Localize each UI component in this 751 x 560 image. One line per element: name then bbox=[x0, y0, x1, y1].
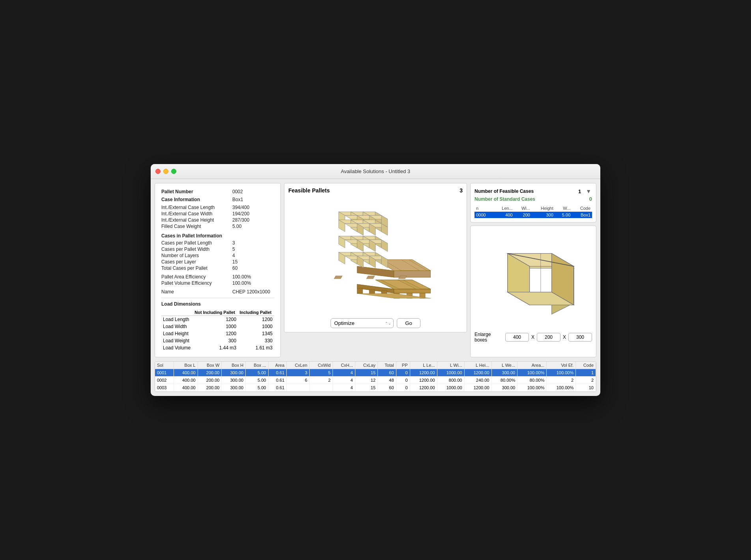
feasible-pallets-label: Feasible Pallets bbox=[288, 187, 330, 194]
filled-weight-label: Filled Case Weight bbox=[161, 224, 232, 229]
minimize-button[interactable] bbox=[163, 169, 168, 174]
table-cell: 80.00% bbox=[491, 377, 517, 384]
data-col-header: Box W bbox=[198, 362, 222, 369]
boxes-layer1 bbox=[339, 212, 388, 268]
cases-col-header: Code bbox=[572, 205, 592, 212]
load-row-label: Load Width bbox=[161, 323, 193, 330]
table-cell: 0003 bbox=[155, 384, 174, 392]
cases-table-cell: 400 bbox=[493, 212, 514, 218]
table-cell: 1200.00 bbox=[410, 384, 437, 392]
table-cell: 300.00 bbox=[222, 384, 246, 392]
load-row-not-incl: 1200 bbox=[193, 330, 238, 337]
num-layers-row: Number of Layers 4 bbox=[161, 253, 274, 258]
total-cases-value: 60 bbox=[232, 265, 237, 271]
cases-per-width-row: Cases per Pallet Width 5 bbox=[161, 246, 274, 252]
data-table: SolBox LBox WBox HBox ...AreaCxLenCxWidC… bbox=[155, 362, 596, 392]
name-row: Name CHEP 1200x1000 bbox=[161, 289, 274, 295]
data-col-header: Sol bbox=[155, 362, 174, 369]
load-table-row: Load Volume 1.44 m3 1.61 m3 bbox=[161, 344, 274, 351]
vol-eff-row: Pallet Volume Efficiency 100.00% bbox=[161, 280, 274, 286]
data-col-header: L Hei... bbox=[464, 362, 491, 369]
name-value: CHEP 1200x1000 bbox=[232, 289, 270, 295]
load-row-not-incl: 300 bbox=[193, 337, 238, 344]
table-cell: 1000.00 bbox=[437, 369, 464, 377]
svg-marker-76 bbox=[357, 288, 362, 293]
load-row-not-incl: 1.44 m3 bbox=[193, 344, 238, 351]
enlarge-y-input[interactable] bbox=[537, 333, 560, 342]
table-cell: 0.61 bbox=[268, 384, 287, 392]
int-ext-length-row: Int./External Case Length 394/400 bbox=[161, 205, 274, 210]
maximize-button[interactable] bbox=[171, 169, 176, 174]
cases-table-row[interactable]: 00004002003005.00Box1 bbox=[475, 212, 592, 218]
table-cell: 0.61 bbox=[268, 369, 287, 377]
load-table-row: Load Weight 300 330 bbox=[161, 337, 274, 344]
table-row[interactable]: 0001400.00200.00300.005.000.613541560012… bbox=[155, 369, 596, 377]
cases-per-width-value: 5 bbox=[232, 246, 235, 252]
table-row[interactable]: 0002400.00200.00300.005.000.616241248012… bbox=[155, 377, 596, 384]
table-cell: 0.61 bbox=[268, 377, 287, 384]
data-col-header: Vol Ef. bbox=[547, 362, 576, 369]
svg-marker-1 bbox=[394, 271, 431, 277]
pallet-3d-viz bbox=[320, 197, 431, 315]
table-cell: 240.00 bbox=[464, 377, 491, 384]
cases-section-label: Cases in Pallet Information bbox=[161, 233, 222, 239]
table-cell: 4 bbox=[333, 377, 355, 384]
optimize-select[interactable]: Optimize bbox=[331, 318, 394, 328]
table-cell: 300.00 bbox=[222, 377, 246, 384]
cases-col-header: W... bbox=[555, 205, 572, 212]
load-row-incl: 1000 bbox=[238, 323, 274, 330]
pallet-number-label: Pallet Number bbox=[161, 189, 232, 194]
table-cell: 0001 bbox=[155, 369, 174, 377]
table-cell: 100.00% bbox=[517, 369, 547, 377]
svg-marker-67 bbox=[381, 256, 388, 268]
table-cell: 4 bbox=[333, 384, 355, 392]
close-button[interactable] bbox=[155, 169, 161, 174]
table-cell: 12 bbox=[355, 377, 377, 384]
enlarge-label: Enlarge boxes bbox=[475, 332, 503, 343]
data-col-header: CxH... bbox=[333, 362, 355, 369]
left-panel: Pallet Number 0002 Case Information Box1… bbox=[155, 183, 281, 357]
data-col-header: Area... bbox=[517, 362, 547, 369]
table-cell: 0 bbox=[396, 384, 410, 392]
load-row-label: Load Weight bbox=[161, 337, 193, 344]
cases-per-length-value: 3 bbox=[232, 240, 235, 246]
table-cell: 1200.00 bbox=[410, 377, 437, 384]
pallet-svg bbox=[320, 197, 431, 315]
go-button[interactable]: Go bbox=[397, 318, 420, 328]
load-col-not-incl: Not Including Pallet bbox=[193, 309, 238, 316]
feasible-cases-label: Number of Feasible Cases bbox=[475, 189, 534, 194]
table-cell: 3 bbox=[287, 369, 310, 377]
data-col-header: CxWid bbox=[310, 362, 333, 369]
load-row-incl: 330 bbox=[238, 337, 274, 344]
triangle-icon[interactable]: ▼ bbox=[585, 187, 592, 195]
table-row[interactable]: 0003400.00200.00300.005.000.614156001200… bbox=[155, 384, 596, 392]
num-layers-label: Number of Layers bbox=[161, 253, 232, 258]
svg-marker-69 bbox=[394, 289, 431, 293]
table-cell: 2 bbox=[576, 377, 596, 384]
table-cell: 300.00 bbox=[491, 384, 517, 392]
right-panel: Number of Feasible Cases 1 ▼ Number of S… bbox=[470, 183, 596, 357]
enlarge-z-input[interactable] bbox=[568, 333, 592, 342]
int-ext-width-value: 194/200 bbox=[232, 211, 249, 217]
data-col-header: Box H bbox=[222, 362, 246, 369]
optimize-select-wrapper[interactable]: Optimize bbox=[331, 318, 394, 328]
cases-col-header: Len... bbox=[493, 205, 514, 212]
case-info-label: Case Information bbox=[161, 197, 232, 202]
table-cell: 6 bbox=[287, 377, 310, 384]
table-cell: 1 bbox=[576, 369, 596, 377]
feasible-pallets-count: 3 bbox=[460, 187, 463, 194]
table-cell: 1200.00 bbox=[464, 384, 491, 392]
table-cell: 0 bbox=[396, 369, 410, 377]
cases-table-cell: 5.00 bbox=[555, 212, 572, 218]
case-info-row: Case Information Box1 bbox=[161, 197, 274, 202]
load-row-incl: 1200 bbox=[238, 316, 274, 323]
standard-cases-value: 0 bbox=[589, 196, 592, 202]
data-col-header: CxLay bbox=[355, 362, 377, 369]
cases-col-header: Height bbox=[532, 205, 555, 212]
table-cell: 200.00 bbox=[198, 377, 222, 384]
load-row-label: Load Height bbox=[161, 330, 193, 337]
enlarge-x-input[interactable] bbox=[505, 333, 529, 342]
cases-per-length-row: Cases per Pallet Length 3 bbox=[161, 240, 274, 246]
cases-col-header: n bbox=[475, 205, 493, 212]
cases-per-layer-value: 15 bbox=[232, 259, 237, 265]
